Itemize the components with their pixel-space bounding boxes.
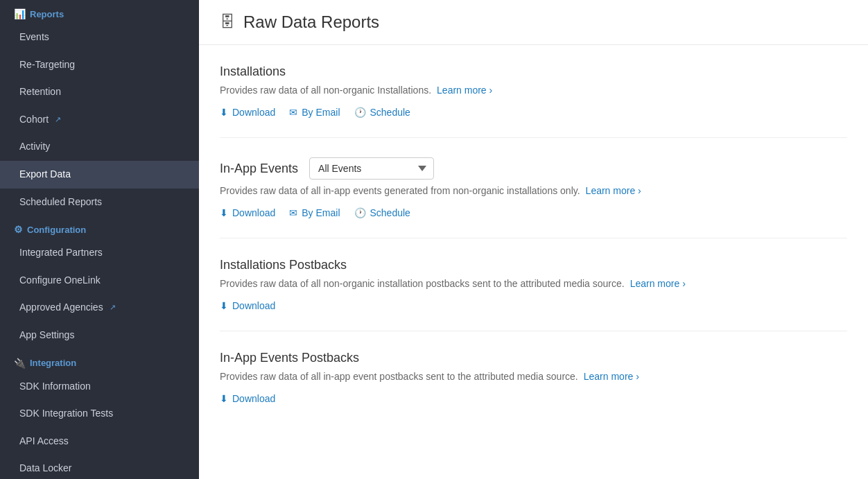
sidebar-item-label-app-settings: App Settings: [19, 329, 74, 342]
section-desc-installations-postbacks: Provides raw data of all non-organic ins…: [220, 278, 847, 289]
sidebar-item-integrated-partners[interactable]: Integrated Partners: [0, 239, 199, 267]
learn-more-installations[interactable]: Learn more ›: [437, 85, 492, 96]
sidebar-item-label-export-data: Export Data: [19, 168, 71, 182]
sidebar-item-events[interactable]: Events: [0, 24, 199, 51]
sidebar-item-cohort[interactable]: Cohort↗: [0, 106, 199, 134]
download-label: Download: [232, 393, 275, 404]
sidebar-item-scheduled-reports[interactable]: Scheduled Reports: [0, 189, 199, 216]
action-row-in-app-events-postbacks: ⬇Download: [220, 393, 847, 404]
download-icon: ⬇: [220, 300, 228, 311]
sidebar-item-data-locker[interactable]: Data Locker: [0, 455, 199, 479]
sections-container: InstallationsProvides raw data of all no…: [199, 45, 868, 479]
schedule-label: Schedule: [370, 107, 410, 118]
action-row-installations-postbacks: ⬇Download: [220, 300, 847, 311]
learn-more-installations-postbacks[interactable]: Learn more ›: [630, 278, 686, 289]
sidebar-item-label-data-locker: Data Locker: [19, 462, 71, 476]
by-email-icon: ✉: [289, 207, 297, 218]
external-link-icon: ↗: [110, 302, 116, 313]
by-email-label: By Email: [302, 207, 340, 218]
download-icon: ⬇: [220, 107, 228, 118]
sidebar-item-retention[interactable]: Retention: [0, 78, 199, 106]
sidebar-item-label-integrated-partners: Integrated Partners: [19, 246, 103, 260]
section-desc-in-app-events-postbacks: Provides raw data of all in-app event po…: [220, 371, 847, 382]
sidebar-item-retargeting[interactable]: Re-Targeting: [0, 51, 199, 79]
sidebar-item-approved-agencies[interactable]: Approved Agencies↗: [0, 294, 199, 322]
sidebar-section-label-configuration: Configuration: [27, 225, 86, 235]
external-link-icon: ↗: [55, 114, 61, 125]
sidebar-item-label-activity: Activity: [19, 140, 50, 154]
sidebar-item-label-events: Events: [19, 31, 49, 44]
sidebar-item-api-access[interactable]: API Access: [0, 428, 199, 455]
download-label: Download: [232, 107, 275, 118]
section-title-installations: Installations: [220, 64, 847, 79]
section-title-installations-postbacks: Installations Postbacks: [220, 258, 847, 272]
dropdown-in-app-events[interactable]: All Events: [309, 157, 434, 180]
learn-more-in-app-events[interactable]: Learn more ›: [586, 185, 641, 196]
sidebar-item-label-cohort: Cohort: [19, 113, 49, 127]
schedule-icon: 🕐: [354, 107, 366, 118]
section-title-text-in-app-events: In-App Events: [220, 162, 298, 176]
section-desc-in-app-events: Provides raw data of all in-app events g…: [220, 185, 847, 196]
page-header: 🗄 Raw Data Reports: [199, 0, 868, 45]
sidebar-section-label-reports: Reports: [30, 9, 64, 19]
database-icon: 🗄: [220, 13, 235, 31]
section-installations-postbacks: Installations PostbacksProvides raw data…: [220, 238, 847, 331]
download-button-installations[interactable]: ⬇Download: [220, 107, 275, 118]
schedule-button-installations[interactable]: 🕐Schedule: [354, 107, 410, 118]
integration-section-icon: 🔌: [14, 358, 26, 369]
sidebar-section-label-integration: Integration: [30, 358, 76, 368]
section-desc-text-installations-postbacks: Provides raw data of all non-organic ins…: [220, 278, 625, 289]
action-row-in-app-events: ⬇Download✉By Email🕐Schedule: [220, 207, 847, 218]
section-desc-text-installations: Provides raw data of all non-organic Ins…: [220, 85, 431, 96]
sidebar-item-sdk-integration-tests[interactable]: SDK Integration Tests: [0, 400, 199, 428]
section-desc-text-in-app-events-postbacks: Provides raw data of all in-app event po…: [220, 371, 578, 382]
download-button-installations-postbacks[interactable]: ⬇Download: [220, 300, 275, 311]
section-in-app-events: In-App EventsAll EventsProvides raw data…: [220, 138, 847, 238]
download-label: Download: [232, 207, 275, 218]
sidebar-item-label-retargeting: Re-Targeting: [19, 58, 75, 72]
sidebar-item-label-sdk-integration-tests: SDK Integration Tests: [19, 407, 113, 421]
by-email-icon: ✉: [289, 107, 297, 118]
section-title-in-app-events: In-App EventsAll Events: [220, 157, 847, 180]
section-title-text-installations-postbacks: Installations Postbacks: [220, 258, 347, 272]
sidebar-item-label-configure-onelink: Configure OneLink: [19, 274, 101, 288]
section-title-in-app-events-postbacks: In-App Events Postbacks: [220, 351, 847, 365]
by-email-label: By Email: [302, 107, 340, 118]
sidebar-item-label-api-access: API Access: [19, 435, 69, 448]
action-row-installations: ⬇Download✉By Email🕐Schedule: [220, 107, 847, 118]
sidebar-item-activity[interactable]: Activity: [0, 133, 199, 161]
section-desc-installations: Provides raw data of all non-organic Ins…: [220, 85, 847, 96]
sidebar-item-app-settings[interactable]: App Settings: [0, 322, 199, 349]
section-title-text-in-app-events-postbacks: In-App Events Postbacks: [220, 351, 359, 365]
sidebar-item-export-data[interactable]: Export Data: [0, 161, 199, 189]
schedule-icon: 🕐: [354, 207, 366, 218]
section-title-text-installations: Installations: [220, 64, 286, 79]
learn-more-in-app-events-postbacks[interactable]: Learn more ›: [584, 371, 639, 382]
schedule-label: Schedule: [370, 207, 410, 218]
download-icon: ⬇: [220, 207, 228, 218]
download-button-in-app-events-postbacks[interactable]: ⬇Download: [220, 393, 275, 404]
section-in-app-events-postbacks: In-App Events PostbacksProvides raw data…: [220, 331, 847, 424]
sidebar-section-configuration: ⚙Configuration: [0, 216, 199, 239]
download-label: Download: [232, 300, 275, 311]
reports-section-icon: 📊: [14, 8, 26, 19]
download-button-in-app-events[interactable]: ⬇Download: [220, 207, 275, 218]
sidebar-section-integration: 🔌Integration: [0, 349, 199, 373]
sidebar-item-sdk-information[interactable]: SDK Information: [0, 373, 199, 401]
page-title: Raw Data Reports: [243, 12, 379, 32]
sidebar-item-label-scheduled-reports: Scheduled Reports: [19, 195, 102, 209]
sidebar-section-reports: 📊Reports: [0, 0, 199, 24]
sidebar-item-label-approved-agencies: Approved Agencies: [19, 301, 103, 315]
main-content-area: 🗄 Raw Data Reports InstallationsProvides…: [199, 0, 868, 479]
sidebar-item-label-retention: Retention: [19, 85, 61, 99]
section-desc-text-in-app-events: Provides raw data of all in-app events g…: [220, 185, 580, 196]
download-icon: ⬇: [220, 393, 228, 404]
by-email-button-installations[interactable]: ✉By Email: [289, 107, 340, 118]
sidebar-item-configure-onelink[interactable]: Configure OneLink: [0, 267, 199, 295]
sidebar: 📊ReportsEventsRe-TargetingRetentionCohor…: [0, 0, 199, 479]
schedule-button-in-app-events[interactable]: 🕐Schedule: [354, 207, 410, 218]
sidebar-item-label-sdk-information: SDK Information: [19, 380, 91, 394]
configuration-section-icon: ⚙: [14, 224, 23, 235]
section-installations: InstallationsProvides raw data of all no…: [220, 45, 847, 138]
by-email-button-in-app-events[interactable]: ✉By Email: [289, 207, 340, 218]
